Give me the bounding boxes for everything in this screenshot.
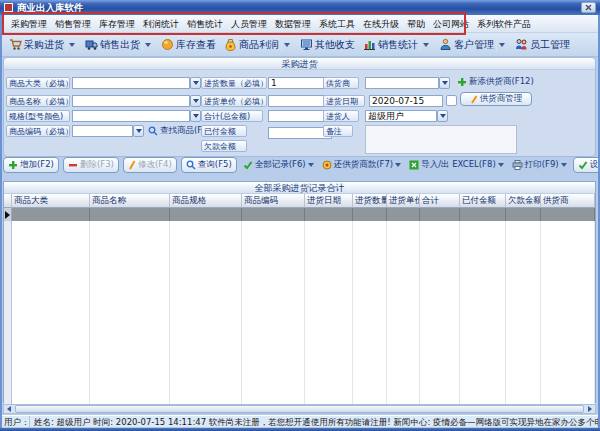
- selected-empty-row[interactable]: [4, 208, 595, 221]
- misc-income-icon: [300, 38, 313, 51]
- menu-item-personnel[interactable]: 人员管理: [227, 15, 271, 33]
- close-icon: [585, 4, 592, 11]
- dropdown-arrow-icon[interactable]: [420, 38, 431, 52]
- menu-item-system-tools[interactable]: 系统工具: [315, 15, 359, 33]
- remark-textarea[interactable]: [365, 125, 517, 154]
- table-body-empty[interactable]: [4, 221, 595, 404]
- menu-item-product-series[interactable]: 系列软件产品: [473, 15, 535, 33]
- manage-supplier-button[interactable]: 供货商管理: [460, 92, 532, 106]
- column-header[interactable]: 进货数量: [353, 194, 387, 208]
- app-window: 商业出入库软件 采购管理 销售管理 库存管理 利润统计 销售统计 人员管理 数据…: [0, 0, 600, 431]
- toolbar-label: 销售统计: [378, 38, 418, 52]
- toolbar-inventory-button[interactable]: 库存查看: [158, 36, 219, 54]
- toolbar-profit-button[interactable]: 商品利润: [221, 36, 295, 54]
- horizontal-scrollbar[interactable]: [3, 404, 596, 414]
- menu-item-online-upgrade[interactable]: 在线升级: [359, 15, 403, 33]
- dropdown-arrow-icon[interactable]: [281, 38, 292, 52]
- excel-import-export-button[interactable]: 导入/出 EXCEL(F8): [407, 158, 506, 172]
- product-code-dropdown-icon[interactable]: [133, 125, 144, 137]
- scroll-right-icon[interactable]: [585, 405, 595, 413]
- dropdown-arrow-icon[interactable]: [142, 38, 153, 52]
- status-bar: 用户： 姓名: 超级用户 时间: 2020-07-15 14:11:47 软件尚…: [0, 415, 600, 428]
- menu-item-profit[interactable]: 利润统计: [139, 15, 183, 33]
- toolbar-misc-income-button[interactable]: 其他收支: [297, 36, 358, 54]
- toolbar-sales-stats-button[interactable]: 销售统计: [360, 36, 434, 54]
- spec-dropdown-icon[interactable]: [190, 110, 201, 122]
- dropdown-arrow-icon[interactable]: [561, 163, 567, 167]
- arrears-label: 欠款金额: [201, 140, 247, 152]
- category-input[interactable]: [72, 77, 190, 89]
- toolbar-employee-button[interactable]: 员工管理: [512, 36, 573, 54]
- dropdown-arrow-icon[interactable]: [498, 163, 504, 167]
- menu-item-company-site[interactable]: 公司网站: [429, 15, 473, 33]
- print-button[interactable]: 打印(F9): [510, 158, 569, 172]
- close-button[interactable]: [581, 2, 596, 13]
- menu-item-sales-stats[interactable]: 销售统计: [183, 15, 227, 33]
- table-title: 全部采购进货记录合计: [4, 182, 595, 194]
- scroll-left-icon[interactable]: [4, 405, 14, 413]
- supplier-input[interactable]: [365, 77, 439, 89]
- sales-stats-icon: [363, 38, 376, 51]
- minus-icon: [68, 160, 78, 170]
- menu-item-help[interactable]: 帮助: [403, 15, 429, 33]
- spec-input[interactable]: [72, 110, 190, 122]
- dropdown-arrow-icon[interactable]: [496, 38, 507, 52]
- menu-item-purchase[interactable]: 采购管理: [7, 15, 51, 33]
- category-label: 商品大类（必填）: [6, 77, 70, 89]
- quantity-label: 进货数量（必填）: [201, 77, 267, 89]
- supplier-label: 供货商: [323, 77, 359, 89]
- toolbar-sales-out-button[interactable]: 销售出货: [82, 36, 156, 54]
- scrollbar-thumb[interactable]: [15, 405, 584, 413]
- dropdown-arrow-icon[interactable]: [395, 163, 401, 167]
- edit-record-button[interactable]: 修改(F4): [123, 157, 177, 173]
- menu-item-sales[interactable]: 销售管理: [51, 15, 95, 33]
- customer-icon: [439, 38, 452, 51]
- column-header[interactable]: 商品规格: [170, 194, 242, 208]
- table-header-row: 商品大类 商品名称 商品规格 商品编码 进货日期 进货数量 进货单价 合计 已付…: [4, 194, 595, 208]
- category-dropdown-icon[interactable]: [190, 77, 201, 89]
- product-code-input[interactable]: [72, 125, 133, 137]
- search-icon: [148, 126, 158, 136]
- column-header[interactable]: 商品名称: [90, 194, 170, 208]
- all-records-button[interactable]: 全部记录(F6): [241, 158, 316, 172]
- delete-record-button[interactable]: 删除(F3): [63, 157, 119, 173]
- column-header[interactable]: 进货单价: [387, 194, 420, 208]
- buyer-dropdown-icon[interactable]: [437, 110, 448, 122]
- design-report-button[interactable]: 设计报表(F10): [573, 157, 600, 173]
- date-checkbox[interactable]: [446, 95, 457, 106]
- inventory-icon: [161, 38, 174, 51]
- toolbar-customer-button[interactable]: 客户管理: [436, 36, 510, 54]
- paid-amount-label: 已付金额: [201, 125, 247, 137]
- query-button[interactable]: 查询(F5): [181, 157, 237, 173]
- plus-icon: [8, 160, 18, 170]
- purchase-entry-panel: 采购进货 商品大类（必填） 商品名称（必填） 规格(型号颜色) 商品编码（必填）…: [3, 57, 596, 157]
- purchase-date-input[interactable]: [369, 95, 443, 107]
- buyer-input[interactable]: [365, 110, 437, 122]
- add-record-button[interactable]: 增加(F2): [3, 157, 59, 173]
- purchase-records-table: 全部采购进货记录合计 商品大类 商品名称 商品规格 商品编码 进货日期 进货数量…: [3, 181, 596, 403]
- coin-icon: [322, 160, 332, 170]
- purchase-in-icon: [9, 38, 22, 51]
- printer-icon: [512, 160, 523, 170]
- menu-item-inventory[interactable]: 库存管理: [95, 15, 139, 33]
- toolbar-purchase-in-button[interactable]: 采购进货: [6, 36, 80, 54]
- column-header[interactable]: 合计: [420, 194, 460, 208]
- dropdown-arrow-icon[interactable]: [66, 38, 77, 52]
- product-name-input[interactable]: [72, 95, 190, 107]
- product-name-dropdown-icon[interactable]: [190, 95, 201, 107]
- column-header[interactable]: 进货日期: [305, 194, 353, 208]
- product-code-label: 商品编码（必填）: [6, 125, 70, 137]
- spec-label: 规格(型号颜色): [6, 110, 70, 122]
- menu-item-data[interactable]: 数据管理: [271, 15, 315, 33]
- column-header[interactable]: 已付金额: [460, 194, 506, 208]
- column-header[interactable]: 供货商: [541, 194, 595, 208]
- row-selector-cell: [4, 208, 12, 221]
- dropdown-arrow-icon[interactable]: [308, 163, 314, 167]
- column-header[interactable]: 商品大类: [12, 194, 90, 208]
- add-supplier-button[interactable]: 新添供货商(F12): [457, 75, 534, 89]
- column-header[interactable]: 欠款金额: [506, 194, 541, 208]
- status-user-label: 用户：: [0, 416, 30, 427]
- column-header[interactable]: 商品编码: [242, 194, 305, 208]
- supplier-dropdown-icon[interactable]: [439, 77, 450, 89]
- repay-supplier-button[interactable]: 还供货商款(F7): [320, 158, 403, 172]
